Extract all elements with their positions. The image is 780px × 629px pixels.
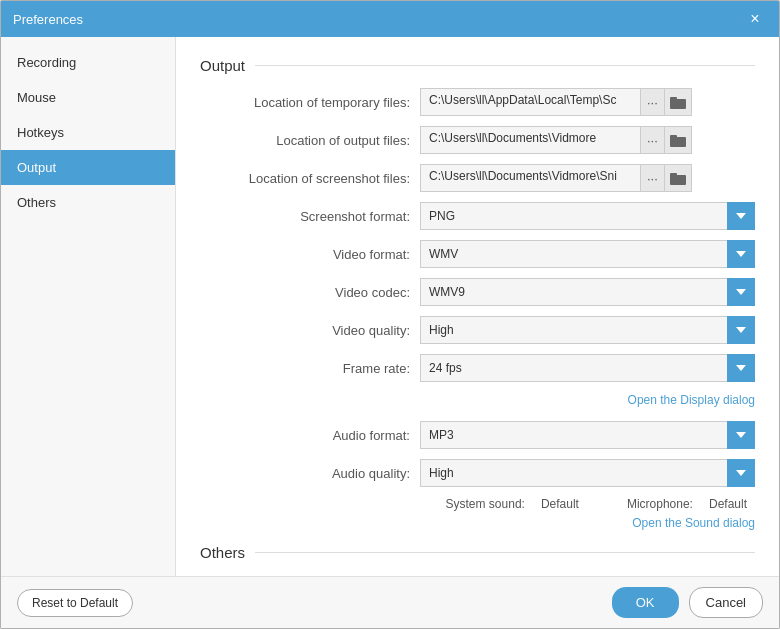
video-codec-row: Video codec: WMV9 WMV8 [200, 278, 755, 306]
open-sound-dialog-link[interactable]: Open the Sound dialog [632, 516, 755, 530]
screenshot-files-folder-button[interactable] [664, 164, 692, 192]
svg-rect-3 [670, 135, 677, 139]
folder-icon [670, 96, 686, 109]
output-files-folder-button[interactable] [664, 126, 692, 154]
audio-quality-row: Audio quality: High Medium Low [200, 459, 755, 487]
frame-rate-row: Frame rate: 24 fps 30 fps 60 fps [200, 354, 755, 382]
video-codec-select[interactable]: WMV9 WMV8 [420, 278, 755, 306]
audio-format-row: Audio format: MP3 AAC WMA [200, 421, 755, 449]
title-bar: Preferences × [1, 1, 779, 37]
sound-link-row: Open the Sound dialog [200, 515, 755, 530]
microphone-label: Microphone: [627, 497, 693, 511]
audio-quality-container: High Medium Low [420, 459, 755, 487]
output-files-value: C:\Users\ll\Documents\Vidmore [420, 126, 640, 154]
microphone-value: Default [709, 497, 747, 511]
screenshot-format-label: Screenshot format: [200, 209, 420, 224]
video-format-container: WMV MP4 AVI [420, 240, 755, 268]
temp-files-folder-button[interactable] [664, 88, 692, 116]
audio-format-select[interactable]: MP3 AAC WMA [420, 421, 755, 449]
sidebar-item-mouse[interactable]: Mouse [1, 80, 175, 115]
main-content: Output Location of temporary files: C:\U… [176, 37, 779, 576]
frame-rate-label: Frame rate: [200, 361, 420, 376]
output-files-label: Location of output files: [200, 133, 420, 148]
folder-icon [670, 134, 686, 147]
video-codec-container: WMV9 WMV8 [420, 278, 755, 306]
others-section: Others [200, 544, 755, 561]
sidebar-item-recording[interactable]: Recording [1, 45, 175, 80]
screenshot-format-select[interactable]: PNG JPG BMP [420, 202, 755, 230]
video-quality-row: Video quality: High Medium Low [200, 316, 755, 344]
audio-format-label: Audio format: [200, 428, 420, 443]
system-sound-value: Default [541, 497, 579, 511]
cancel-button[interactable]: Cancel [689, 587, 763, 618]
sidebar: Recording Mouse Hotkeys Output Others [1, 37, 176, 576]
output-section-title: Output [200, 57, 755, 74]
dialog-title: Preferences [13, 12, 83, 27]
video-quality-select[interactable]: High Medium Low [420, 316, 755, 344]
svg-rect-1 [670, 97, 677, 101]
frame-rate-select[interactable]: 24 fps 30 fps 60 fps [420, 354, 755, 382]
video-format-row: Video format: WMV MP4 AVI [200, 240, 755, 268]
sound-info-row: System sound: Default Microphone: Defaul… [200, 497, 755, 511]
screenshot-files-row: Location of screenshot files: C:\Users\l… [200, 164, 755, 192]
others-section-title: Others [200, 544, 755, 561]
output-files-row: Location of output files: C:\Users\ll\Do… [200, 126, 755, 154]
video-codec-label: Video codec: [200, 285, 420, 300]
audio-format-container: MP3 AAC WMA [420, 421, 755, 449]
footer: Reset to Default OK Cancel [1, 576, 779, 628]
folder-icon [670, 172, 686, 185]
sidebar-item-hotkeys[interactable]: Hotkeys [1, 115, 175, 150]
sidebar-item-others[interactable]: Others [1, 185, 175, 220]
screenshot-files-label: Location of screenshot files: [200, 171, 420, 186]
video-quality-label: Video quality: [200, 323, 420, 338]
temp-files-label: Location of temporary files: [200, 95, 420, 110]
temp-files-value: C:\Users\ll\AppData\Local\Temp\Sc [420, 88, 640, 116]
temp-files-field-container: C:\Users\ll\AppData\Local\Temp\Sc ··· [420, 88, 755, 116]
frame-rate-container: 24 fps 30 fps 60 fps [420, 354, 755, 382]
display-link-row: Open the Display dialog [200, 392, 755, 407]
output-files-dots-button[interactable]: ··· [640, 126, 664, 154]
screenshot-files-value: C:\Users\ll\Documents\Vidmore\Sni [420, 164, 640, 192]
screenshot-files-field-container: C:\Users\ll\Documents\Vidmore\Sni ··· [420, 164, 755, 192]
screenshot-format-container: PNG JPG BMP [420, 202, 755, 230]
temp-files-row: Location of temporary files: C:\Users\ll… [200, 88, 755, 116]
video-quality-container: High Medium Low [420, 316, 755, 344]
close-button[interactable]: × [743, 7, 767, 31]
open-display-dialog-link[interactable]: Open the Display dialog [628, 393, 755, 407]
svg-rect-5 [670, 173, 677, 177]
reset-to-default-button[interactable]: Reset to Default [17, 589, 133, 617]
output-files-field-container: C:\Users\ll\Documents\Vidmore ··· [420, 126, 755, 154]
sidebar-item-output[interactable]: Output [1, 150, 175, 185]
audio-quality-select[interactable]: High Medium Low [420, 459, 755, 487]
ok-button[interactable]: OK [612, 587, 679, 618]
footer-buttons: OK Cancel [612, 587, 763, 618]
audio-quality-label: Audio quality: [200, 466, 420, 481]
screenshot-format-row: Screenshot format: PNG JPG BMP [200, 202, 755, 230]
dialog-body: Recording Mouse Hotkeys Output Others Ou… [1, 37, 779, 576]
video-format-select[interactable]: WMV MP4 AVI [420, 240, 755, 268]
system-sound-label: System sound: [446, 497, 525, 511]
temp-files-dots-button[interactable]: ··· [640, 88, 664, 116]
video-format-label: Video format: [200, 247, 420, 262]
preferences-dialog: Preferences × Recording Mouse Hotkeys Ou… [0, 0, 780, 629]
screenshot-files-dots-button[interactable]: ··· [640, 164, 664, 192]
